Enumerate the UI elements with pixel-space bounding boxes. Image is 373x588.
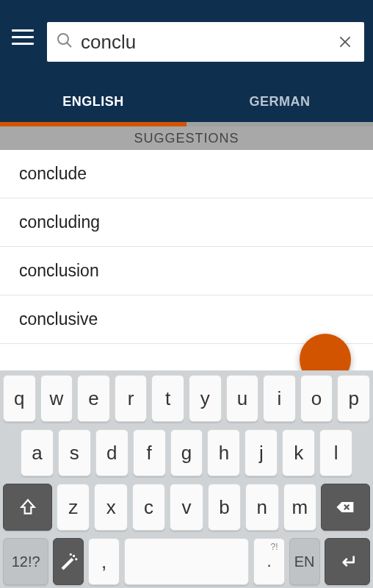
key-p[interactable]: p	[337, 375, 370, 422]
key-f[interactable]: f	[133, 429, 166, 476]
backspace-key[interactable]	[321, 484, 370, 531]
list-item[interactable]: conclusion	[0, 247, 373, 295]
key-j[interactable]: j	[245, 429, 278, 476]
language-tabs: ENGLISH GERMAN	[0, 81, 373, 122]
menu-icon[interactable]	[9, 22, 38, 51]
svg-point-0	[58, 34, 68, 44]
symbols-key[interactable]: 12!?	[3, 538, 48, 585]
period-sup: ?!	[271, 542, 278, 552]
comma-key[interactable]: ,	[88, 538, 119, 585]
list-item[interactable]: concluding	[0, 198, 373, 247]
keyboard: q w e r t y u i o p a s d f g h j k l z	[0, 370, 373, 588]
shift-key[interactable]	[3, 484, 52, 531]
key-q[interactable]: q	[3, 375, 36, 422]
key-z[interactable]: z	[57, 484, 90, 531]
suggestions-list: conclude concluding conclusion conclusiv…	[0, 150, 373, 370]
search-icon	[56, 32, 73, 52]
key-e[interactable]: e	[77, 375, 110, 422]
keyboard-row-4: 12!? , ?! . EN	[3, 538, 370, 585]
key-n[interactable]: n	[245, 484, 278, 531]
svg-point-8	[70, 553, 72, 555]
list-item[interactable]: conclude	[0, 150, 373, 198]
search-input[interactable]	[73, 31, 335, 54]
key-i[interactable]: i	[263, 375, 296, 422]
svg-line-1	[67, 43, 71, 47]
key-c[interactable]: c	[132, 484, 165, 531]
suggestions-header: SUGGESTIONS	[0, 126, 373, 150]
app-header	[0, 0, 373, 81]
tab-german[interactable]: GERMAN	[186, 81, 373, 122]
key-s[interactable]: s	[58, 429, 91, 476]
key-d[interactable]: d	[95, 429, 128, 476]
period-key[interactable]: ?! .	[253, 538, 284, 585]
key-x[interactable]: x	[94, 484, 127, 531]
key-b[interactable]: b	[208, 484, 241, 531]
keyboard-row-2: a s d f g h j k l	[3, 429, 370, 476]
key-r[interactable]: r	[115, 375, 148, 422]
period-label: .	[267, 552, 271, 571]
enter-key[interactable]	[325, 538, 370, 585]
key-m[interactable]: m	[283, 484, 316, 531]
svg-point-7	[76, 559, 77, 560]
key-h[interactable]: h	[207, 429, 240, 476]
key-w[interactable]: w	[40, 375, 73, 422]
key-t[interactable]: t	[151, 375, 184, 422]
key-o[interactable]: o	[300, 375, 333, 422]
keyboard-row-1: q w e r t y u i o p	[3, 375, 370, 422]
key-l[interactable]: l	[319, 429, 352, 476]
key-k[interactable]: k	[282, 429, 315, 476]
key-v[interactable]: v	[170, 484, 203, 531]
search-box	[47, 22, 364, 62]
key-u[interactable]: u	[226, 375, 259, 422]
key-y[interactable]: y	[189, 375, 222, 422]
svg-point-6	[73, 555, 75, 556]
keyboard-row-3: z x c v b n m	[3, 484, 370, 531]
clear-icon[interactable]	[335, 32, 355, 52]
language-key[interactable]: EN	[289, 538, 320, 585]
key-g[interactable]: g	[170, 429, 203, 476]
magic-key[interactable]	[53, 538, 84, 585]
key-a[interactable]: a	[21, 429, 54, 476]
space-key[interactable]	[124, 538, 250, 585]
tab-english[interactable]: ENGLISH	[0, 81, 186, 122]
